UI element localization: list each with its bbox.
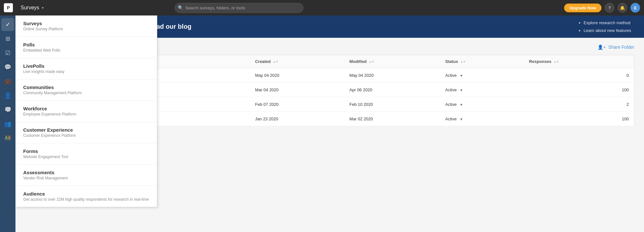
upgrade-button[interactable]: Upgrade Now [564,4,601,12]
share-icon: 👤+ [598,45,606,50]
sidebar-item-person[interactable]: 👤 [1,89,14,102]
dropdown-item-communities[interactable]: Communities Community Management Platfor… [15,79,157,101]
blog-bullet-2: Learn about new features [584,27,631,34]
help-button[interactable]: ? [605,3,614,13]
dropdown-item-livepolls[interactable]: LivePolls Live insights made easy [15,58,157,79]
group-icon: 👥 [4,120,11,127]
modified-sort-icon: ▲▼ [369,60,374,63]
check-icon: ✓ [5,21,10,28]
col-status[interactable]: Status ▲▼ [440,55,524,68]
row-responses-1: 0 [524,68,634,83]
grid-icon: ⊞ [5,35,10,42]
dropdown-item-assessments[interactable]: Assessments Vendor Risk Management [15,165,157,186]
check2-icon: ☑ [5,49,10,56]
title-dropdown-arrow: ▼ [41,6,44,10]
row-created-3: Feb 07 2020 [250,97,344,112]
sidebar-item-speech[interactable]: 💭 [1,103,14,116]
user-avatar[interactable]: E [630,3,640,13]
dropdown-item-audience[interactable]: Audience Get access to over 22M high qua… [15,186,157,207]
sidebar-item-briefcase[interactable]: 💼 [1,75,14,88]
dropdown-item-cx[interactable]: Customer Experience Customer Experience … [15,122,157,143]
status-dropdown-4[interactable]: ▼ [460,117,463,121]
row-created-2: Mar 04 2020 [250,83,344,97]
row-responses-3: 2 [524,97,634,112]
search-icon: 🔍 [178,5,183,10]
sidebar-item-team[interactable]: 🧑‍🤝‍🧑 [1,132,14,145]
row-responses-2: 100 [524,83,634,97]
team-icon: 🧑‍🤝‍🧑 [4,135,11,142]
row-created-4: Jan 23 2020 [250,112,344,126]
row-status-3: Active ▼ [440,97,524,112]
sidebar-item-surveys[interactable]: ✓ [1,18,14,31]
row-modified-3: Feb 10 2020 [344,97,440,112]
row-created-1: May 04 2020 [250,68,344,83]
header: P Surveys ▼ 🔍 Upgrade Now ? 🔔 E [0,0,644,15]
blog-banner[interactable]: Read our blog Explore research method Le… [135,15,644,38]
row-status-2: Active ▼ [440,83,524,97]
status-dropdown-2[interactable]: ▼ [460,88,463,92]
col-modified[interactable]: Modified ▲▼ [344,55,440,68]
blog-bullets: Explore research method Learn about new … [577,19,631,34]
dropdown-item-workforce[interactable]: Workforce Employee Experience Platform [15,101,157,122]
dropdown-item-polls[interactable]: Polls Embedded Web Polls [15,37,157,58]
briefcase-icon: 💼 [4,78,11,85]
dropdown-item-surveys[interactable]: Surveys Online Survey Platform [15,15,157,37]
notification-button[interactable]: 🔔 [618,3,627,13]
col-created[interactable]: Created ▲▼ [250,55,344,68]
speech-icon: 💭 [4,106,11,113]
row-modified-2: Apr 06 2020 [344,83,440,97]
share-folder-label: Share Folder [608,45,634,50]
row-status-1: Active ▼ [440,68,524,83]
dropdown-item-forms[interactable]: Forms Website Engagement Tool [15,143,157,165]
row-responses-4: 100 [524,112,634,126]
search-input[interactable] [175,3,303,13]
share-folder-button[interactable]: 👤+ Share Folder [598,45,634,50]
person-icon: 👤 [4,92,11,99]
logo[interactable]: P [4,3,15,12]
row-status-4: Active ▼ [440,112,524,126]
created-sort-icon: ▲▼ [273,60,278,63]
sidebar-item-group[interactable]: 👥 [1,117,14,130]
chat-icon: 💬 [4,64,11,71]
search-wrapper: 🔍 [175,3,303,13]
status-sort-icon: ▲▼ [460,60,466,63]
status-dropdown-1[interactable]: ▼ [460,74,463,77]
sidebar: ✓ ⊞ ☑ 💬 💼 👤 💭 👥 🧑‍🤝‍🧑 [0,15,15,232]
sidebar-item-checklist[interactable]: ☑ [1,46,14,59]
product-dropdown-menu: Surveys Online Survey Platform Polls Emb… [15,15,157,207]
sidebar-item-dashboard[interactable]: ⊞ [1,32,14,45]
responses-sort-icon: ▲▼ [554,60,559,63]
status-dropdown-3[interactable]: ▼ [460,103,463,106]
row-modified-1: May 04 2020 [344,68,440,83]
logo-icon: P [4,3,13,12]
app-title[interactable]: Surveys ▼ [21,5,44,11]
header-right: Upgrade Now ? 🔔 E [564,3,640,13]
col-responses[interactable]: Responses ▲▼ [524,55,634,68]
row-modified-4: Mar 02 2020 [344,112,440,126]
sidebar-item-chat[interactable]: 💬 [1,61,14,74]
blog-bullet-1: Explore research method [584,19,631,26]
